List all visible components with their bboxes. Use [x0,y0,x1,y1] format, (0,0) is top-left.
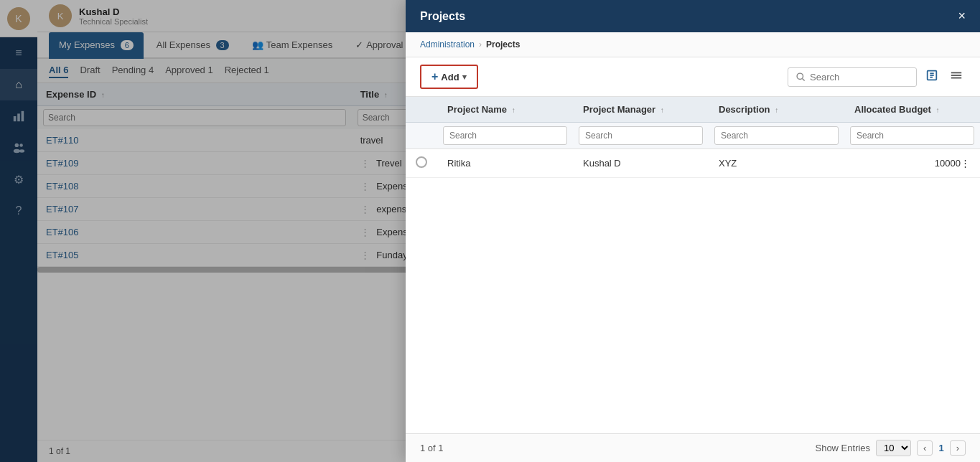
svg-rect-13 [951,72,961,74]
modal-overlay: Projects × Administration › Projects + A… [0,0,980,462]
current-page: 1 [938,443,943,453]
show-entries-label: Show Entries [815,443,870,453]
svg-line-8 [802,78,804,80]
entries-select[interactable]: 10 25 50 [876,440,911,456]
allocated-budget-cell: 10000 ⋮ [844,149,980,178]
projects-search-row [406,123,980,149]
modal-footer: 1 of 1 Show Entries 10 25 50 ‹ 1 › [406,433,980,462]
modal-close-button[interactable]: × [958,9,966,24]
row-select-cell[interactable] [406,149,437,178]
modal-toolbar-right [788,66,966,88]
sort-allocated-budget: ↑ [936,106,940,114]
breadcrumb-separator: › [479,39,482,50]
chevron-down-icon: ▾ [462,72,467,82]
svg-rect-15 [951,77,961,79]
projects-table-wrap: Project Name ↑ Project Manager ↑ Descrip… [406,97,980,433]
search-project-name-modal[interactable] [443,126,567,145]
col-description[interactable]: Description ↑ [709,97,844,123]
col-project-name[interactable]: Project Name ↑ [437,97,573,123]
pagination-controls: Show Entries 10 25 50 ‹ 1 › [815,440,966,456]
breadcrumb-parent[interactable]: Administration [420,39,475,50]
sort-project-manager: ↑ [661,106,664,114]
row-select-circle[interactable] [416,156,427,168]
modal-toolbar: + Add ▾ [406,57,980,97]
search-description[interactable] [714,126,839,145]
table-row: Ritika Kushal D XYZ 10000 ⋮ [406,149,980,178]
project-name-cell: Ritika [437,149,573,178]
project-manager-cell: Kushal D [573,149,709,178]
modal-search-box [788,67,917,87]
projects-table: Project Name ↑ Project Manager ↑ Descrip… [406,97,980,178]
col-allocated-budget[interactable]: Allocated Budget ↑ [844,97,980,123]
modal-breadcrumb: Administration › Projects [406,32,980,57]
svg-point-7 [797,73,803,79]
col-select [406,97,437,123]
svg-rect-14 [951,75,961,76]
add-label: Add [441,72,459,82]
add-button[interactable]: + Add ▾ [420,65,478,89]
prev-page-button[interactable]: ‹ [917,440,933,456]
projects-tbody: Ritika Kushal D XYZ 10000 ⋮ [406,149,980,178]
plus-icon: + [431,70,438,83]
modal-title: Projects [420,10,465,23]
sort-project-name-modal: ↑ [512,106,515,114]
modal-panel: Projects × Administration › Projects + A… [406,0,980,462]
projects-pagination-text: 1 of 1 [420,443,444,453]
col-project-manager[interactable]: Project Manager ↑ [573,97,709,123]
next-page-button[interactable]: › [950,440,966,456]
modal-header: Projects × [406,0,980,32]
search-allocated-budget[interactable] [850,126,974,145]
sort-description: ↑ [775,106,778,114]
description-cell: XYZ [709,149,844,178]
search-icon [795,72,806,82]
export-icon[interactable] [923,66,941,88]
modal-search-input[interactable] [810,72,896,82]
search-project-manager[interactable] [579,126,703,145]
columns-icon[interactable] [947,66,966,88]
row-menu-icon[interactable]: ⋮ [961,158,970,169]
projects-header-row: Project Name ↑ Project Manager ↑ Descrip… [406,97,980,123]
breadcrumb-current: Projects [486,39,520,50]
